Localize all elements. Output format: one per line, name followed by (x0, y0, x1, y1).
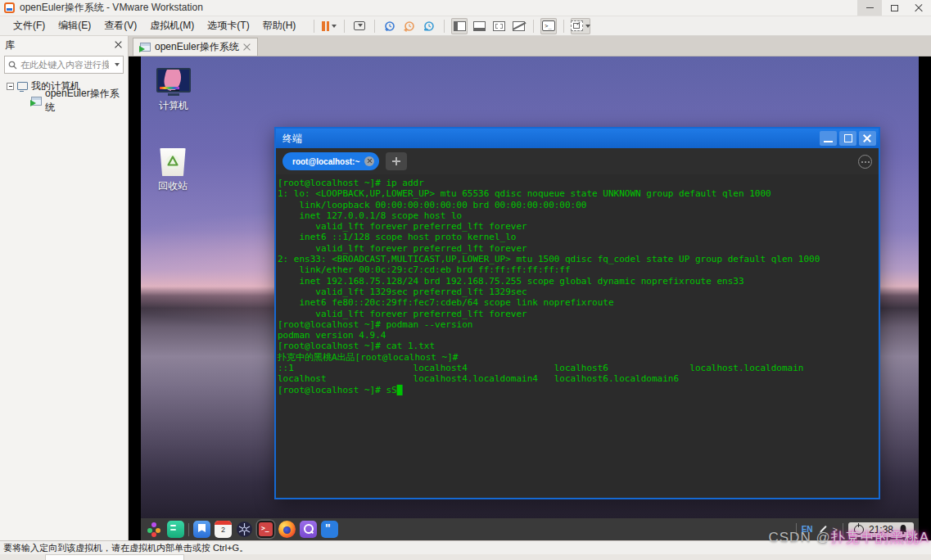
titlebar: openEuler操作系统 - VMware Workstation (0, 0, 931, 16)
maximize-button[interactable] (882, 0, 906, 16)
calendar-day: 2 (215, 526, 232, 534)
edge-fragment (45, 554, 184, 560)
menu-tabs[interactable]: 选项卡(T) (201, 16, 255, 35)
search-input[interactable] (20, 60, 109, 70)
revert-snapshot-button[interactable] (401, 18, 418, 34)
window-title: openEuler操作系统 - VMware Workstation (20, 1, 203, 15)
taskbar-separator (188, 523, 189, 536)
desktop-icon-label: 计算机 (148, 99, 199, 113)
tree-item-label: openEuler操作系统 (45, 87, 128, 115)
terminal-menu-button[interactable] (858, 155, 872, 169)
vm-screen: 计算机 回收站 终端 (129, 56, 931, 540)
vm-icon (31, 97, 42, 106)
screenshot-tool-icon[interactable] (300, 521, 317, 538)
toolbar-separator (563, 20, 564, 33)
window-controls (857, 0, 931, 16)
recycle-icon (165, 154, 181, 170)
revert-snapshot-icon (404, 20, 415, 32)
chevron-down-icon[interactable] (115, 63, 120, 66)
toolbar-separator (444, 20, 445, 33)
desktop-icon-computer[interactable]: 计算机 (148, 68, 199, 113)
pause-icon (322, 21, 329, 31)
firefox-icon[interactable] (278, 521, 296, 538)
menu-vm[interactable]: 虚拟机(M) (143, 16, 201, 35)
fit-guest-button[interactable] (571, 18, 590, 34)
terminal-tab-label: root@localhost:~ (292, 157, 359, 166)
files-icon[interactable] (167, 521, 184, 538)
search-icon (8, 61, 17, 70)
collapse-icon[interactable] (7, 83, 14, 90)
vmware-window: openEuler操作系统 - VMware Workstation 文件(F)… (0, 0, 931, 560)
library-sidebar: 库 我的计算机 openEuler操作系统 (0, 36, 129, 540)
send-ctrl-alt-del-button[interactable] (351, 18, 368, 34)
toolbar-separator (344, 20, 345, 33)
desktop-icon-recycle-bin[interactable]: 回收站 (147, 148, 198, 193)
terminal-output-area[interactable]: [root@localhost ~]# ip addr 1: lo: <LOOP… (276, 174, 879, 498)
close-button[interactable] (906, 0, 931, 16)
fullscreen-button[interactable] (490, 18, 507, 34)
unity-mode-button[interactable] (510, 18, 527, 34)
terminal-maximize-button[interactable] (839, 131, 856, 146)
terminal-tab[interactable]: root@localhost:~ (282, 152, 379, 170)
vm-tabbar: openEuler操作系统 (129, 36, 931, 56)
tree-item-openeuler-vm[interactable]: openEuler操作系统 (7, 93, 128, 108)
terminal-output: [root@localhost ~]# ip addr 1: lo: <LOOP… (278, 178, 877, 395)
menubar: 文件(F) 编辑(E) 查看(V) 虚拟机(M) 选项卡(T) 帮助(H) (0, 16, 931, 36)
maximize-icon (891, 5, 898, 11)
terminal-tab-close-icon[interactable] (364, 156, 374, 166)
minimize-button[interactable] (857, 0, 882, 16)
app-launcher-icon[interactable] (146, 521, 163, 538)
show-thumbnails-button[interactable] (471, 18, 487, 34)
menu-edit[interactable]: 编辑(E) (52, 16, 97, 35)
terminal-close-button[interactable] (859, 131, 876, 146)
menu-file[interactable]: 文件(F) (7, 16, 52, 35)
csdn-watermark: CSDN @扑克中的黑桃A (769, 528, 930, 547)
vmware-logo-icon (4, 2, 15, 13)
fit-guest-icon (571, 20, 583, 31)
tab-label: openEuler操作系统 (155, 40, 239, 54)
computer-icon-stand (168, 93, 179, 96)
minimize-icon (866, 7, 874, 9)
unity-icon (513, 21, 525, 31)
vm-tree: 我的计算机 openEuler操作系统 (0, 79, 128, 108)
calendar-icon[interactable]: 2 (215, 521, 232, 538)
settings-icon[interactable] (236, 521, 253, 538)
notes-icon[interactable] (321, 521, 338, 538)
close-icon (915, 4, 923, 12)
show-thumbnails-icon (473, 21, 486, 31)
pause-vm-button[interactable] (321, 18, 337, 34)
toolbar-separator (533, 20, 534, 33)
computer-icon (17, 82, 28, 90)
tab-openeuler-vm[interactable]: openEuler操作系统 (133, 38, 258, 56)
manage-snapshots-icon (423, 20, 435, 32)
terminal-minimize-button[interactable] (820, 131, 837, 146)
console-view-button[interactable] (540, 18, 557, 34)
terminal-titlebar[interactable]: 终端 (276, 129, 879, 148)
chevron-down-icon (585, 25, 590, 28)
show-library-button[interactable] (451, 18, 468, 34)
menu-help[interactable]: 帮助(H) (256, 16, 303, 35)
computer-icon (156, 68, 191, 93)
fullscreen-icon (493, 21, 505, 31)
library-search (4, 56, 124, 74)
terminal-new-tab-button[interactable] (386, 152, 407, 170)
tab-close-icon[interactable] (243, 43, 251, 51)
terminal-window: 终端 root@localhost:~ (274, 127, 880, 499)
desktop-icon-label: 回收站 (147, 179, 198, 193)
terminal-title: 终端 (282, 132, 302, 146)
status-message: 要将输入定向到该虚拟机，请在虚拟机内部单击或按 Ctrl+G。 (3, 542, 248, 554)
terminal-taskbar-icon[interactable] (257, 521, 274, 538)
screen-edge-strip (0, 554, 931, 560)
manage-snapshots-button[interactable] (421, 18, 437, 34)
take-snapshot-button[interactable] (382, 18, 398, 34)
chevron-down-icon (332, 25, 337, 28)
file-manager-icon[interactable] (193, 521, 210, 538)
settings-wheel-icon (236, 521, 253, 538)
take-snapshot-icon (384, 20, 395, 32)
terminal-tabbar: root@localhost:~ (276, 148, 879, 174)
console-view-icon (542, 20, 555, 31)
sidebar-close-icon[interactable] (115, 41, 123, 49)
toolbar-separator (314, 20, 314, 33)
send-ctrl-alt-del-icon (354, 21, 365, 30)
menu-view[interactable]: 查看(V) (97, 16, 143, 35)
